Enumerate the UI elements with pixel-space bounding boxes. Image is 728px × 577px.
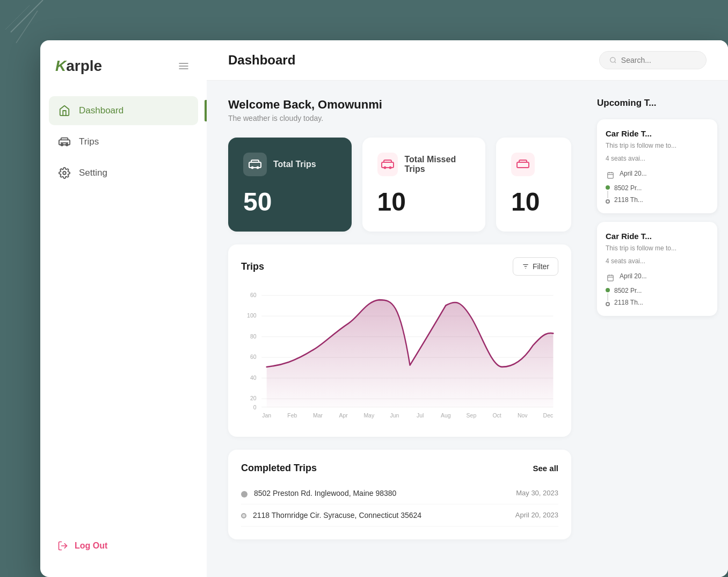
svg-text:100: 100 <box>247 312 256 319</box>
svg-rect-50 <box>608 275 614 280</box>
cancelled-header <box>511 153 556 176</box>
filter-icon <box>522 263 529 270</box>
svg-line-2 <box>5 5 30 30</box>
svg-text:Feb: Feb <box>287 412 297 419</box>
svg-rect-16 <box>517 162 529 168</box>
content-area: Welcome Back, Omowunmi The weather is cl… <box>207 81 728 577</box>
logo-k-letter: K <box>55 57 66 74</box>
svg-text:20: 20 <box>250 395 257 402</box>
svg-line-9 <box>615 62 616 63</box>
sidebar-nav: Dashboard Trips <box>40 96 207 532</box>
svg-text:May: May <box>363 412 374 419</box>
car-icon <box>57 135 71 149</box>
svg-point-8 <box>610 57 615 62</box>
welcome-subtitle: The weather is cloudy today. <box>228 114 571 122</box>
svg-text:60: 60 <box>250 354 257 360</box>
stats-row: Total Trips 50 <box>228 138 571 232</box>
right-panel: Upcoming T... Car Ride T... This trip is… <box>588 81 728 577</box>
trip-date-1: May 30, 2023 <box>516 489 558 497</box>
calendar-icon-2 <box>606 273 615 283</box>
svg-text:Jan: Jan <box>262 412 271 419</box>
logo: Karple <box>55 57 102 75</box>
welcome-title: Welcome Back, Omowunmi <box>228 98 571 112</box>
filter-label: Filter <box>533 262 549 271</box>
route-line <box>607 191 608 198</box>
svg-rect-46 <box>608 172 614 178</box>
upcoming-card-1-from: 8502 Pr... <box>614 184 643 192</box>
cancelled-value: 10 <box>511 187 556 217</box>
chart-header: Trips Filter <box>241 257 558 276</box>
completed-trips-header: Completed Trips See all <box>241 463 558 474</box>
upcoming-card-2-date-text: April 20... <box>620 272 647 280</box>
logout-label: Log Out <box>75 541 107 551</box>
svg-line-1 <box>16 11 38 43</box>
svg-text:40: 40 <box>250 374 257 381</box>
upcoming-card-2-to: 2118 Th... <box>614 299 643 306</box>
sidebar-item-dashboard[interactable]: Dashboard <box>49 96 198 125</box>
upcoming-card-1-seats: 4 seats avai... <box>606 155 709 162</box>
sidebar-item-label-trips: Trips <box>79 136 99 147</box>
collapse-sidebar-button[interactable] <box>176 58 192 74</box>
sidebar: Karple Dashboard <box>40 40 207 577</box>
svg-line-0 <box>11 0 43 32</box>
missed-trips-icon <box>377 153 398 176</box>
svg-text:0: 0 <box>253 404 257 411</box>
upcoming-card-1-title: Car Ride T... <box>606 129 709 138</box>
trip-item: 8502 Preston Rd. Inglewood, Maine 98380 … <box>241 482 558 504</box>
route-start-dot <box>606 185 610 190</box>
stat-card-header: Total Trips <box>243 153 337 176</box>
see-all-link[interactable]: See all <box>533 464 558 473</box>
svg-text:Nov: Nov <box>518 412 528 419</box>
trip-address-2: 2118 Thornridge Cir. Syracuse, Connectic… <box>253 511 509 520</box>
svg-text:Sep: Sep <box>467 412 477 419</box>
filter-button[interactable]: Filter <box>513 257 558 276</box>
route-line-2 <box>607 293 608 301</box>
gear-icon <box>57 166 71 180</box>
left-panel: Welcome Back, Omowunmi The weather is cl… <box>207 81 588 577</box>
missed-trips-value: 10 <box>377 187 471 217</box>
upcoming-card-2-desc: This trip is follow me to... <box>606 244 709 253</box>
main-content: Dashboard Welcome Back, Omowunmi The wea… <box>207 40 728 577</box>
trip-dot <box>241 491 247 497</box>
stat-card-total-trips: Total Trips 50 <box>228 138 352 232</box>
route-end-dot <box>606 199 610 204</box>
missed-trips-label: Total Missed Trips <box>404 155 470 174</box>
svg-text:80: 80 <box>250 333 257 340</box>
top-bar: Dashboard <box>207 40 728 81</box>
trip-date-2: April 20, 2023 <box>515 511 558 519</box>
sidebar-item-setting[interactable]: Setting <box>49 158 198 187</box>
total-trips-label: Total Trips <box>273 160 316 169</box>
chart-section: Trips Filter <box>228 244 571 437</box>
upcoming-card-2-from: 8502 Pr... <box>614 287 643 294</box>
sidebar-item-label-dashboard: Dashboard <box>79 105 123 116</box>
upcoming-card-2-title: Car Ride T... <box>606 232 709 241</box>
upcoming-card-1-date: April 20... <box>606 170 709 180</box>
total-trips-icon <box>243 153 267 176</box>
cancelled-icon <box>511 153 535 176</box>
upcoming-title: Upcoming T... <box>597 98 717 109</box>
logo-rest: arple <box>66 57 102 74</box>
svg-rect-10 <box>249 162 261 168</box>
logout-button[interactable]: Log Out <box>57 540 190 551</box>
sidebar-item-trips[interactable]: Trips <box>49 127 198 156</box>
page-title: Dashboard <box>228 53 295 68</box>
route-start-dot-2 <box>606 288 610 292</box>
missed-trips-header: Total Missed Trips <box>377 153 471 176</box>
upcoming-card-1-date-text: April 20... <box>620 170 647 177</box>
search-icon <box>609 56 617 64</box>
completed-trips-title: Completed Trips <box>241 463 317 474</box>
svg-text:Aug: Aug <box>441 412 451 419</box>
calendar-icon <box>606 170 615 180</box>
sidebar-footer: Log Out <box>40 532 207 560</box>
search-bar[interactable] <box>599 51 707 69</box>
svg-text:Dec: Dec <box>543 412 554 419</box>
upcoming-card-1: Car Ride T... This trip is follow me to.… <box>597 119 717 213</box>
svg-text:Jul: Jul <box>417 412 424 419</box>
upcoming-card-1-to: 2118 Th... <box>614 196 643 204</box>
completed-trips-section: Completed Trips See all 8502 Preston Rd.… <box>228 450 571 539</box>
svg-text:Apr: Apr <box>339 412 348 419</box>
trip-item-2: 2118 Thornridge Cir. Syracuse, Connectic… <box>241 504 558 526</box>
search-input[interactable] <box>621 56 696 64</box>
upcoming-card-2: Car Ride T... This trip is follow me to.… <box>597 222 717 316</box>
svg-text:Jun: Jun <box>390 412 399 419</box>
